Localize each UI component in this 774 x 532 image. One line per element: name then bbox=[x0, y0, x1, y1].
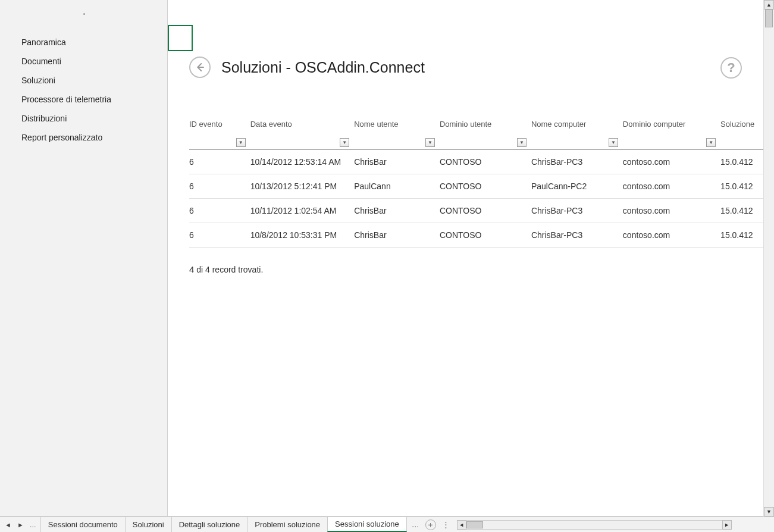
cell-computer: ChrisBar-PC3 bbox=[531, 149, 623, 174]
table-container: ID evento ▼ Data evento ▼ Nome utente ▼ bbox=[168, 120, 763, 274]
col-header-solution: Soluzione bbox=[720, 120, 763, 149]
cell-date: 10/13/2012 5:12:41 PM bbox=[250, 174, 355, 198]
sheet-tab[interactable]: Sessioni soluzione bbox=[327, 517, 407, 532]
tab-overflow[interactable]: … bbox=[412, 520, 419, 529]
sidebar-item-documenti[interactable]: Documenti bbox=[0, 52, 167, 71]
sheet-tab[interactable]: Soluzioni bbox=[125, 517, 172, 532]
table-row[interactable]: 610/14/2012 12:53:14 AMChrisBarCONTOSOCh… bbox=[189, 149, 763, 174]
filter-button-id[interactable]: ▼ bbox=[236, 138, 246, 147]
back-button[interactable] bbox=[189, 57, 211, 78]
filter-button-date[interactable]: ▼ bbox=[340, 138, 349, 147]
cell-user: ChrisBar bbox=[354, 198, 440, 223]
filter-button-computer[interactable]: ▼ bbox=[609, 138, 618, 147]
vertical-scrollbar[interactable]: ▲ ▼ bbox=[763, 0, 774, 517]
cell-compdomain: contoso.com bbox=[623, 223, 720, 247]
help-button[interactable]: ? bbox=[720, 57, 742, 79]
record-count-number: 4 bbox=[189, 264, 194, 274]
cell-solution: 15.0.412 bbox=[720, 223, 763, 247]
cell-computer: ChrisBar-PC3 bbox=[531, 198, 623, 223]
header-label: Nome computer bbox=[531, 120, 617, 129]
table-row[interactable]: 610/13/2012 5:12:41 PMPaulCannCONTOSOPau… bbox=[189, 174, 763, 198]
header-label: Dominio computer bbox=[623, 120, 715, 129]
arrow-left-icon bbox=[195, 62, 205, 73]
cell-compdomain: contoso.com bbox=[623, 149, 720, 174]
header-label: Soluzione bbox=[720, 120, 757, 129]
hscroll-left-button[interactable]: ◄ bbox=[457, 520, 466, 530]
tab-divider: ⋮ bbox=[442, 520, 450, 529]
table-row[interactable]: 610/11/2012 1:02:54 AMChrisBarCONTOSOChr… bbox=[189, 198, 763, 223]
filter-button-compdomain[interactable]: ▼ bbox=[706, 138, 716, 147]
record-count-text: di 4 record trovati. bbox=[196, 265, 263, 274]
scroll-up-button[interactable]: ▲ bbox=[764, 0, 774, 10]
tab-nav: ◄ ► … bbox=[0, 517, 41, 532]
page-title: Soluzioni - OSCAddin.Connect bbox=[221, 59, 425, 76]
cell-user: PaulCann bbox=[354, 174, 440, 198]
cell-compdomain: contoso.com bbox=[623, 198, 720, 223]
cell-date: 10/14/2012 12:53:14 AM bbox=[250, 149, 355, 174]
col-header-compdomain: Dominio computer ▼ bbox=[623, 120, 720, 149]
cell-user: ChrisBar bbox=[354, 149, 440, 174]
header-label: Nome utente bbox=[354, 120, 434, 129]
vscroll-thumb[interactable] bbox=[765, 10, 773, 27]
filter-button-user[interactable]: ▼ bbox=[425, 138, 435, 147]
table-row[interactable]: 610/8/2012 10:53:31 PMChrisBarCONTOSOChr… bbox=[189, 223, 763, 247]
sessions-table: ID evento ▼ Data evento ▼ Nome utente ▼ bbox=[189, 120, 763, 248]
tab-more-button[interactable]: … bbox=[30, 521, 36, 528]
col-header-computer: Nome computer ▼ bbox=[531, 120, 623, 149]
cell-domain: CONTOSO bbox=[440, 174, 531, 198]
header-label: ID evento bbox=[189, 120, 245, 129]
cell-solution: 15.0.412 bbox=[720, 174, 763, 198]
filter-button-domain[interactable]: ▼ bbox=[517, 138, 527, 147]
cell-id: 6 bbox=[189, 174, 250, 198]
cell-solution: 15.0.412 bbox=[720, 149, 763, 174]
hscroll-track[interactable] bbox=[466, 520, 722, 530]
sheet-tab[interactable]: Sessioni documento bbox=[40, 517, 126, 532]
sidebar-item-soluzioni[interactable]: Soluzioni bbox=[0, 71, 167, 90]
cell-id: 6 bbox=[189, 223, 250, 247]
col-header-id: ID evento ▼ bbox=[189, 120, 250, 149]
sheet-tab[interactable]: Dettagli soluzione bbox=[171, 517, 248, 532]
cell-date: 10/11/2012 1:02:54 AM bbox=[250, 198, 355, 223]
active-cell-indicator bbox=[168, 25, 193, 51]
cell-domain: CONTOSO bbox=[440, 198, 531, 223]
cell-compdomain: contoso.com bbox=[623, 174, 720, 198]
main-content: Soluzioni - OSCAddin.Connect ? ID evento… bbox=[168, 0, 763, 516]
col-header-user: Nome utente ▼ bbox=[354, 120, 440, 149]
vscroll-track[interactable] bbox=[764, 10, 774, 507]
question-icon: ? bbox=[727, 60, 735, 76]
main-header: Soluzioni - OSCAddin.Connect bbox=[168, 0, 763, 78]
tab-extras: … ＋ ⋮ bbox=[407, 517, 455, 532]
sheet-tab-bar: ◄ ► … Sessioni documentoSoluzioniDettagl… bbox=[0, 517, 774, 532]
col-header-domain: Dominio utente ▼ bbox=[440, 120, 531, 149]
cell-id: 6 bbox=[189, 198, 250, 223]
cell-date: 10/8/2012 10:53:31 PM bbox=[250, 223, 355, 247]
cell-id: 6 bbox=[189, 149, 250, 174]
record-count: 4 di 4 record trovati. bbox=[189, 264, 763, 274]
sidebar: Panoramica Documenti Soluzioni Processor… bbox=[0, 0, 168, 516]
hscroll-right-button[interactable]: ► bbox=[722, 520, 732, 530]
sheet-tab[interactable]: Problemi soluzione bbox=[247, 517, 328, 532]
header-label: Data evento bbox=[250, 120, 349, 129]
sidebar-item-telemetria[interactable]: Processore di telemetria bbox=[0, 90, 167, 109]
sidebar-item-report[interactable]: Report personalizzato bbox=[0, 128, 167, 147]
tab-next-button[interactable]: ► bbox=[17, 521, 24, 528]
scroll-down-button[interactable]: ▼ bbox=[764, 507, 774, 517]
cell-computer: ChrisBar-PC3 bbox=[531, 223, 623, 247]
sidebar-item-distribuzioni[interactable]: Distribuzioni bbox=[0, 109, 167, 128]
cell-solution: 15.0.412 bbox=[720, 198, 763, 223]
cell-computer: PaulCann-PC2 bbox=[531, 174, 623, 198]
cell-domain: CONTOSO bbox=[440, 149, 531, 174]
tab-prev-button[interactable]: ◄ bbox=[5, 521, 11, 528]
cell-user: ChrisBar bbox=[354, 223, 440, 247]
sidebar-item-panoramica[interactable]: Panoramica bbox=[0, 33, 167, 52]
add-sheet-button[interactable]: ＋ bbox=[425, 520, 436, 530]
header-label: Dominio utente bbox=[440, 120, 525, 129]
col-header-date: Data evento ▼ bbox=[250, 120, 355, 149]
hscroll-thumb[interactable] bbox=[466, 521, 483, 528]
sidebar-indicator bbox=[83, 13, 85, 15]
cell-domain: CONTOSO bbox=[440, 223, 531, 247]
horizontal-scrollbar[interactable]: ◄ ► bbox=[455, 517, 734, 532]
